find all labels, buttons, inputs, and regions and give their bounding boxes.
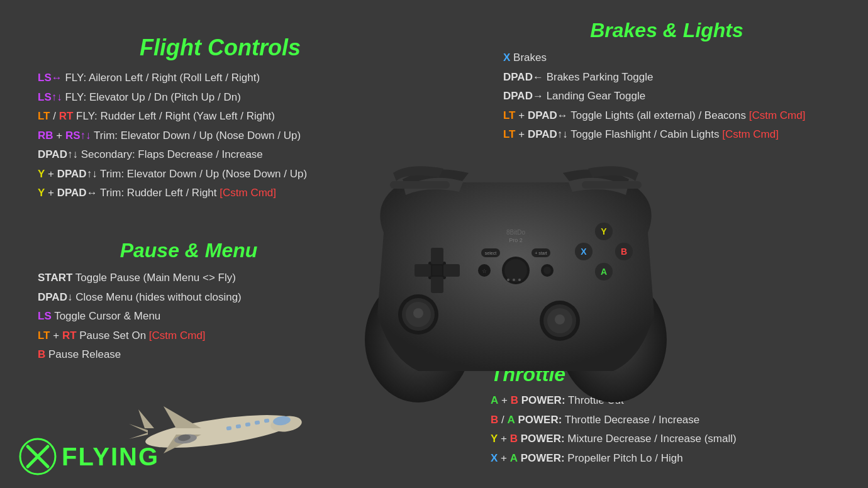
svg-rect-4 bbox=[431, 277, 443, 293]
svg-rect-39 bbox=[390, 181, 450, 189]
control-line: X Brakes bbox=[503, 50, 830, 66]
key-rt: RT bbox=[62, 330, 77, 341]
brakes-lights-title: Brakes & Lights bbox=[503, 19, 830, 42]
key-a: A bbox=[507, 414, 515, 426]
key-lt: LT bbox=[38, 110, 50, 122]
key-dpad: DPAD↑↓ bbox=[38, 148, 78, 160]
svg-point-41 bbox=[143, 408, 296, 454]
control-line: DPAD← Brakes Parking Toggle bbox=[503, 69, 830, 86]
xbox-logo-icon bbox=[19, 438, 57, 475]
key-y: Y bbox=[38, 168, 45, 180]
pause-menu-title: Pause & Menu bbox=[38, 239, 340, 262]
control-line: LT / RT FLY: Rudder Left / Right (Yaw Le… bbox=[38, 108, 403, 125]
flying-label: FLYING bbox=[62, 443, 159, 471]
control-line: START Toggle Pause (Main Menu <> Fly) bbox=[38, 270, 340, 286]
cstm-cmd: [Cstm Cmd] bbox=[220, 187, 276, 199]
svg-point-15 bbox=[555, 314, 565, 324]
svg-text:A: A bbox=[601, 267, 607, 277]
control-line: B Pause Release bbox=[38, 347, 340, 363]
controller-area: Y B A X select + start 8BitDo Pro 2 bbox=[302, 126, 730, 415]
svg-point-29 bbox=[504, 259, 527, 282]
control-line: DPAD↓ Close Menu (hides without closing) bbox=[38, 289, 340, 306]
key-dpad: DPAD↓ bbox=[38, 291, 72, 303]
svg-text:☆: ☆ bbox=[482, 268, 487, 274]
svg-rect-7 bbox=[432, 265, 442, 275]
svg-point-34 bbox=[518, 279, 521, 281]
key-a: A bbox=[510, 452, 518, 464]
flight-controls-title: Flight Controls bbox=[38, 35, 403, 61]
control-line: LT + RT Pause Set On [Cstm Cmd] bbox=[38, 328, 340, 344]
control-line: X + A POWER: Propeller Pitch Lo / High bbox=[491, 450, 830, 467]
cstm-cmd: [Cstm Cmd] bbox=[749, 109, 806, 121]
svg-rect-6 bbox=[443, 264, 460, 277]
svg-point-38 bbox=[543, 267, 551, 274]
control-line: LT + DPAD↔ Toggle Lights (all external) … bbox=[503, 108, 830, 124]
pause-menu-section: Pause & Menu START Toggle Pause (Main Me… bbox=[38, 239, 340, 366]
cstm-cmd: [Cstm Cmd] bbox=[149, 330, 206, 341]
svg-text:B: B bbox=[621, 247, 627, 257]
key-y: Y bbox=[491, 433, 498, 445]
svg-rect-40 bbox=[582, 181, 642, 189]
controller-image: Y B A X select + start 8BitDo Pro 2 bbox=[321, 138, 711, 402]
svg-point-33 bbox=[513, 279, 515, 281]
svg-text:Pro 2: Pro 2 bbox=[509, 237, 523, 243]
svg-text:8BitDo: 8BitDo bbox=[506, 229, 525, 236]
svg-rect-49 bbox=[255, 420, 260, 424]
key-dpad: DPAD→ bbox=[503, 90, 543, 102]
key-x: X bbox=[491, 452, 498, 464]
control-line: LS Toggle Cursor & Menu bbox=[38, 308, 340, 324]
control-line: LS↔ FLY: Aileron Left / Right (Roll Left… bbox=[38, 70, 403, 86]
svg-text:+ start: + start bbox=[535, 251, 547, 255]
cstm-cmd: [Cstm Cmd] bbox=[722, 128, 779, 140]
svg-rect-46 bbox=[226, 426, 232, 430]
key-ls: LS bbox=[38, 310, 52, 322]
control-line: Y + B POWER: Mixture Decrease / Increase… bbox=[491, 431, 830, 447]
svg-rect-50 bbox=[264, 418, 270, 423]
svg-rect-47 bbox=[236, 424, 242, 428]
key-dpad: DPAD↑↓ bbox=[57, 168, 97, 180]
key-dpad: DPAD← bbox=[503, 71, 543, 83]
svg-text:select: select bbox=[485, 251, 496, 255]
key-rs: RS↑↓ bbox=[65, 130, 91, 141]
key-lt: LT bbox=[38, 330, 50, 341]
key-b: B bbox=[510, 433, 518, 445]
key-rb: RB bbox=[38, 130, 53, 141]
svg-point-11 bbox=[413, 308, 423, 318]
svg-rect-48 bbox=[245, 422, 251, 426]
svg-point-32 bbox=[507, 279, 509, 281]
key-b: B bbox=[38, 348, 45, 360]
key-ls: LS↑↓ bbox=[38, 91, 62, 103]
flying-badge: FLYING bbox=[19, 438, 159, 475]
svg-rect-5 bbox=[415, 264, 431, 277]
svg-text:Y: Y bbox=[601, 226, 607, 236]
key-dpad: DPAD↔ bbox=[528, 109, 568, 121]
key-y: Y bbox=[38, 187, 45, 199]
key-x: X bbox=[503, 52, 510, 64]
control-line: LS↑↓ FLY: Elevator Up / Dn (Pitch Up / D… bbox=[38, 89, 403, 106]
svg-rect-3 bbox=[431, 248, 443, 264]
key-ls: LS↔ bbox=[38, 72, 62, 84]
key-rt: RT bbox=[59, 110, 74, 122]
key-b: B bbox=[491, 414, 498, 426]
control-line: DPAD→ Landing Gear Toggle bbox=[503, 88, 830, 104]
svg-text:X: X bbox=[581, 247, 587, 257]
key-lt: LT bbox=[503, 109, 516, 121]
key-dpad: DPAD↔ bbox=[57, 187, 97, 199]
key-start: START bbox=[38, 272, 72, 284]
